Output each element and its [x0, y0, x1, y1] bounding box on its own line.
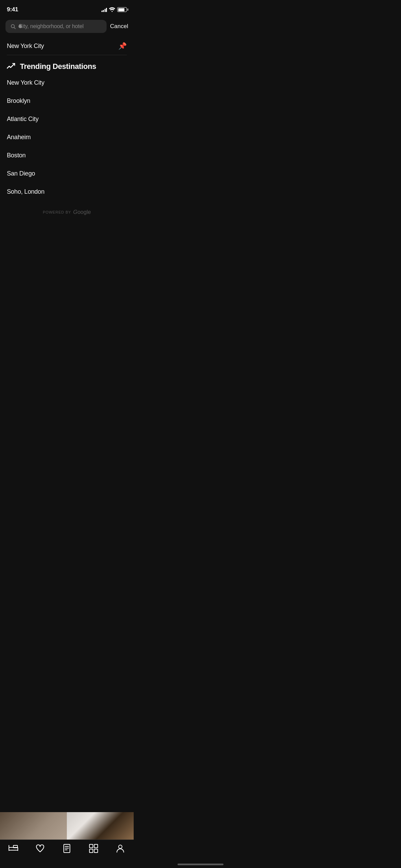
recent-search-item[interactable]: New York City 📌 [0, 37, 134, 55]
search-icon [10, 24, 16, 29]
destination-name: New York City [7, 79, 44, 86]
pin-icon: 📌 [118, 42, 127, 50]
destination-name: Anaheim [7, 134, 31, 141]
trending-title: Trending Destinations [20, 62, 96, 71]
list-item[interactable]: Soho, London [7, 183, 127, 201]
list-item[interactable]: Boston [7, 146, 127, 165]
svg-line-2 [14, 27, 15, 29]
signal-bars-icon [101, 7, 107, 12]
destination-name: San Diego [7, 170, 35, 177]
destination-name: Boston [7, 152, 26, 159]
destination-name: Brooklyn [7, 97, 30, 104]
status-time: 9:41 [7, 6, 18, 13]
search-bar-container: City, neighborhood, or hotel Cancel [0, 17, 134, 37]
list-item[interactable]: Anaheim [7, 128, 127, 146]
destination-name: Atlantic City [7, 116, 38, 122]
status-bar: 9:41 [0, 0, 134, 17]
destination-list: New York City Brooklyn Atlantic City Ana… [7, 74, 127, 201]
trending-up-icon [7, 63, 15, 70]
status-icons [101, 7, 127, 12]
trending-section: Trending Destinations New York City Broo… [0, 55, 134, 224]
list-item[interactable]: San Diego [7, 165, 127, 183]
trending-header: Trending Destinations [7, 62, 127, 71]
search-placeholder-text: City, neighborhood, or hotel [19, 23, 84, 29]
cursor-dot [19, 25, 22, 28]
search-input-wrapper[interactable]: City, neighborhood, or hotel [5, 20, 107, 33]
destination-name: Soho, London [7, 188, 45, 195]
battery-icon [117, 7, 127, 12]
powered-by-text: POWERED BY [43, 210, 71, 214]
list-item[interactable]: Brooklyn [7, 92, 127, 110]
powered-by: POWERED BY Google [7, 201, 127, 224]
google-text: Google [73, 209, 91, 215]
svg-point-0 [112, 11, 113, 12]
recent-search-label: New York City [7, 43, 44, 50]
cancel-button[interactable]: Cancel [110, 22, 128, 31]
wifi-icon [109, 7, 115, 12]
list-item[interactable]: New York City [7, 74, 127, 92]
list-item[interactable]: Atlantic City [7, 110, 127, 128]
